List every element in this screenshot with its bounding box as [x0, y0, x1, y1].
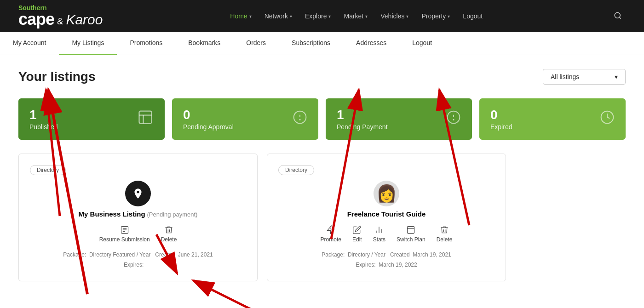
action-promote[interactable]: Promote	[321, 225, 341, 243]
filter-dropdown[interactable]: All listings ▾	[543, 69, 626, 85]
nav-market[interactable]: Market ▾	[338, 9, 373, 23]
card-actions-2: Promote Edit Stats Switch Plan Delete	[278, 225, 494, 243]
listing-icon-1	[125, 181, 151, 206]
stat-published-number: 1	[29, 108, 58, 122]
search-icon[interactable]	[610, 8, 626, 25]
svg-rect-27	[408, 227, 414, 234]
svg-line-7	[193, 280, 276, 308]
tab-promotions[interactable]: Promotions	[117, 32, 175, 55]
listings-row: Directory My Business Listing (Pending p…	[18, 154, 626, 281]
tab-my-account[interactable]: My Account	[0, 32, 59, 55]
top-navigation: Southern cape & Karoo Home ▾ Network ▾ E…	[0, 0, 644, 32]
logo-karoo: Karoo	[66, 13, 103, 27]
stat-expired-label: Expired	[490, 123, 512, 131]
stat-published: 1 Published	[18, 98, 165, 140]
pending-approval-icon[interactable]	[293, 110, 307, 128]
stat-pending-approval-label: Pending Approval	[183, 123, 234, 131]
card-title-1: My Business Listing (Pending payment)	[79, 210, 198, 218]
action-delete-1[interactable]: Delete	[161, 225, 177, 243]
secondary-navigation: My Account My Listings Promotions Bookma…	[0, 32, 644, 55]
action-delete-2[interactable]: Delete	[437, 225, 453, 243]
published-icon	[137, 109, 154, 129]
stat-pending-approval-number: 0	[183, 108, 234, 122]
card-actions-1: Resume Submission Delete	[30, 225, 246, 243]
action-delete-2-label: Delete	[437, 236, 453, 243]
chevron-down-icon: ▾	[615, 73, 618, 80]
pending-payment-icon[interactable]	[446, 110, 461, 128]
svg-point-14	[299, 120, 300, 120]
tab-orders[interactable]: Orders	[233, 32, 279, 55]
logo-ampersand: &	[57, 17, 63, 26]
action-stats[interactable]: Stats	[373, 225, 385, 243]
top-nav-links: Home ▾ Network ▾ Explore ▾ Market ▾ Vehi…	[224, 9, 488, 23]
listing-avatar-2: 👩	[374, 181, 399, 206]
expired-icon	[600, 110, 615, 128]
logo[interactable]: Southern cape & Karoo	[18, 5, 103, 28]
action-edit[interactable]: Edit	[352, 225, 362, 243]
stat-pending-payment-number: 1	[337, 108, 388, 122]
filter-label: All listings	[551, 73, 579, 80]
card-meta-2: Package: Directory / Year Created March …	[278, 250, 494, 270]
action-resume[interactable]: Resume Submission	[99, 225, 150, 243]
card-meta-1: Package: Directory Featured / Year Creat…	[30, 250, 246, 270]
stats-row: 1 Published 0 Pending Approval 1	[18, 98, 626, 140]
listing-card-1: Directory My Business Listing (Pending p…	[18, 154, 258, 281]
card-badge-2: Directory	[278, 165, 314, 175]
listing-card-2: Directory 👩 Freelance Tourist Guide Prom…	[267, 154, 506, 281]
tab-logout[interactable]: Logout	[399, 32, 445, 55]
nav-vehicles[interactable]: Vehicles ▾	[375, 9, 414, 23]
action-delete-1-label: Delete	[161, 236, 177, 243]
action-promote-label: Promote	[321, 236, 341, 243]
svg-point-17	[453, 120, 454, 120]
tab-my-listings[interactable]: My Listings	[59, 32, 117, 55]
svg-marker-23	[328, 226, 334, 234]
action-edit-label: Edit	[352, 236, 362, 243]
tab-bookmarks[interactable]: Bookmarks	[175, 32, 233, 55]
action-switch-plan[interactable]: Switch Plan	[397, 225, 426, 243]
action-resume-label: Resume Submission	[99, 236, 150, 243]
svg-rect-9	[139, 111, 152, 124]
svg-point-0	[615, 12, 620, 18]
tab-subscriptions[interactable]: Subscriptions	[279, 32, 343, 55]
action-stats-label: Stats	[373, 236, 385, 243]
nav-explore[interactable]: Explore ▾	[299, 9, 336, 23]
page-title: Your listings	[18, 69, 96, 84]
logo-cape: cape	[18, 11, 54, 28]
main-content: Your listings All listings ▾ 1 Published…	[0, 55, 644, 295]
stat-expired: 0 Expired	[479, 98, 626, 140]
stat-pending-approval: 0 Pending Approval	[172, 98, 318, 140]
stat-pending-payment: 1 Pending Payment	[326, 98, 472, 140]
card-badge-1: Directory	[30, 165, 66, 175]
stat-pending-payment-label: Pending Payment	[337, 123, 388, 131]
card-header-1: My Business Listing (Pending payment)	[30, 181, 246, 218]
nav-network[interactable]: Network ▾	[259, 9, 298, 23]
nav-home[interactable]: Home ▾	[224, 9, 257, 23]
svg-line-1	[619, 17, 621, 18]
action-switch-plan-label: Switch Plan	[397, 236, 426, 243]
nav-property[interactable]: Property ▾	[416, 9, 455, 23]
tab-addresses[interactable]: Addresses	[343, 32, 399, 55]
nav-logout-top[interactable]: Logout	[457, 9, 488, 23]
stat-published-label: Published	[29, 123, 58, 131]
card-header-2: 👩 Freelance Tourist Guide	[278, 181, 494, 218]
stat-expired-number: 0	[490, 108, 512, 122]
card-title-2: Freelance Tourist Guide	[347, 210, 426, 218]
page-header: Your listings All listings ▾	[18, 69, 626, 85]
